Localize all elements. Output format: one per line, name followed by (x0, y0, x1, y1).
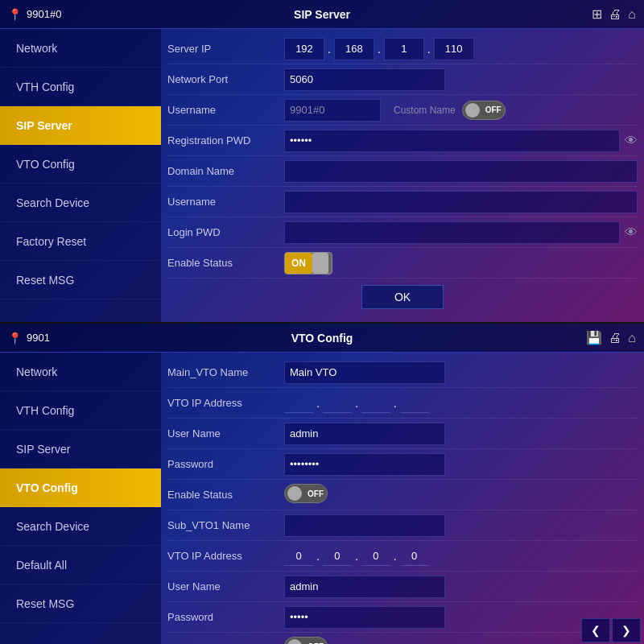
label-network-port: Network Port (167, 73, 284, 85)
row-login-pwd: Login PWD 👁 (167, 217, 638, 248)
printer-icon[interactable]: 🖨 (609, 7, 621, 22)
sidebar2-item-default-all[interactable]: Default All (0, 546, 161, 584)
row-reg-pwd: Registration PWD 👁 (167, 126, 638, 156)
input-password2[interactable] (284, 606, 445, 629)
row-vto-ip2: VTO IP Address . . . (167, 541, 638, 572)
vto-ip-octet-3[interactable] (361, 394, 390, 413)
vto-ip-row: . . . (284, 394, 638, 413)
row-user-name: User Name (167, 419, 638, 449)
input-sub-vto1-name[interactable] (284, 514, 445, 537)
sidebar-item-vth-config[interactable]: VTH Config (0, 68, 161, 106)
toggle-on-label: ON (285, 253, 312, 274)
label-domain-name: Domain Name (167, 165, 284, 177)
input-login-pwd[interactable] (284, 221, 620, 244)
vto-ip-octet-2[interactable] (323, 394, 352, 413)
value-username: Custom Name (284, 99, 638, 122)
label-vto-ip: VTO IP Address (167, 397, 284, 409)
custom-name-label: Custom Name (394, 105, 456, 116)
input-user-name2[interactable] (284, 576, 445, 598)
panel-sip-server: 📍 9901#0 SIP Server ⊞ 🖨 ⌂ Network VTH Co… (0, 0, 644, 322)
row-network-port: Network Port (167, 64, 638, 95)
enable-status-toggle[interactable]: ON (284, 252, 332, 275)
input-username2[interactable] (284, 191, 638, 213)
ip-octet-2[interactable] (334, 38, 374, 60)
toggle-thumb (312, 253, 328, 274)
label-user-name: User Name (167, 427, 284, 440)
pin-icon: 📍 (8, 8, 22, 21)
panel1-title: SIP Server (294, 8, 350, 21)
sidebar2-item-vth-config[interactable]: VTH Config (0, 391, 161, 430)
value-vto-ip: . . . (284, 394, 638, 413)
sidebar-item-vto-config[interactable]: VTO Config (0, 145, 161, 184)
sidebar-item-network[interactable]: Network (0, 29, 161, 68)
input-main-vto-name[interactable] (284, 361, 445, 384)
value-reg-pwd: 👁 (284, 130, 638, 152)
sidebar-item-reset-msg[interactable]: Reset MSG (0, 261, 161, 299)
sidebar2-item-reset-msg[interactable]: Reset MSG (0, 584, 161, 623)
ok-button[interactable]: OK (361, 285, 444, 309)
ip-row: . . . (284, 38, 638, 60)
username-row: Custom Name (284, 99, 638, 122)
bottom-nav: ❮ ❯ (578, 615, 644, 644)
eye-icon-reg-pwd[interactable]: 👁 (625, 134, 638, 148)
device-id2: 9901 (27, 332, 50, 344)
home-icon2[interactable]: ⌂ (628, 331, 636, 345)
row-username: Username Custom Name (167, 95, 638, 126)
sdcard-icon[interactable]: 💾 (586, 330, 602, 345)
ip-octet-3[interactable] (384, 38, 424, 60)
sidebar2-item-vto-config[interactable]: VTO Config (0, 469, 161, 507)
input-network-port[interactable] (284, 68, 445, 91)
input-username[interactable] (284, 99, 381, 122)
vto-ip2-octet-1[interactable] (284, 547, 313, 566)
vto-ip2-row: . . . (284, 547, 638, 566)
sidebar-item-sip-server[interactable]: SIP Server (0, 106, 161, 145)
value-network-port (284, 68, 638, 91)
sidebar2-item-search-device[interactable]: Search Device (0, 507, 161, 546)
label-password2: Password (167, 611, 284, 623)
sidebar-item-factory-reset[interactable]: Factory Reset (0, 222, 161, 261)
ip-octet-1[interactable] (284, 38, 324, 60)
label-login-pwd: Login PWD (167, 226, 284, 238)
next-button[interactable]: ❯ (612, 618, 641, 642)
grid-icon[interactable]: ⊞ (592, 6, 602, 22)
enable-status2-toggle[interactable] (284, 637, 328, 644)
vto-ip2-octet-2[interactable] (323, 547, 352, 566)
home-icon[interactable]: ⌂ (628, 7, 636, 22)
label-vto-ip2: VTO IP Address (167, 550, 284, 562)
content-panel1: Server IP . . . Network Port (161, 29, 644, 322)
input-reg-pwd[interactable] (284, 130, 620, 152)
enable-status-vto-toggle[interactable] (284, 484, 328, 503)
label-user-name2: User Name (167, 580, 284, 592)
ip-octet-4[interactable] (434, 38, 474, 60)
input-user-name[interactable] (284, 423, 445, 445)
sidebar2-item-network[interactable]: Network (0, 353, 161, 391)
row-server-ip: Server IP . . . (167, 34, 638, 64)
label-main-vto-name: Main_VTO Name (167, 366, 284, 378)
eye-icon-login-pwd[interactable]: 👁 (625, 225, 638, 240)
row-domain-name: Domain Name (167, 156, 638, 187)
prev-button[interactable]: ❮ (581, 618, 610, 642)
label-enable-status: Enable Status (167, 257, 284, 269)
sidebar2-item-sip-server[interactable]: SIP Server (0, 430, 161, 469)
vto-ip2-octet-4[interactable] (400, 547, 429, 566)
value-user-name2 (284, 576, 638, 598)
device-id-area2: 📍 9901 (8, 332, 50, 345)
row-sub-vto1-name: Sub_VTO1 Name (167, 510, 638, 541)
input-domain-name[interactable] (284, 160, 638, 183)
value-enable-status: ON (284, 252, 638, 275)
value-user-name (284, 423, 638, 445)
row-username2: Username (167, 187, 638, 217)
vto-ip-octet-4[interactable] (400, 394, 429, 413)
input-password[interactable] (284, 453, 445, 476)
value-login-pwd: 👁 (284, 221, 638, 244)
sidebar-item-search-device[interactable]: Search Device (0, 184, 161, 222)
row-enable-status2: Enable Status (167, 633, 638, 644)
vto-ip2-octet-3[interactable] (361, 547, 390, 566)
printer-icon2[interactable]: 🖨 (609, 331, 621, 345)
value-sub-vto1-name (284, 514, 638, 537)
sidebar-panel1: Network VTH Config SIP Server VTO Config… (0, 29, 161, 322)
value-password (284, 453, 638, 476)
custom-name-toggle[interactable] (462, 101, 506, 120)
top-bar-panel2: 📍 9901 VTO Config 💾 🖨 ⌂ (0, 324, 644, 353)
vto-ip-octet-1[interactable] (284, 394, 313, 413)
